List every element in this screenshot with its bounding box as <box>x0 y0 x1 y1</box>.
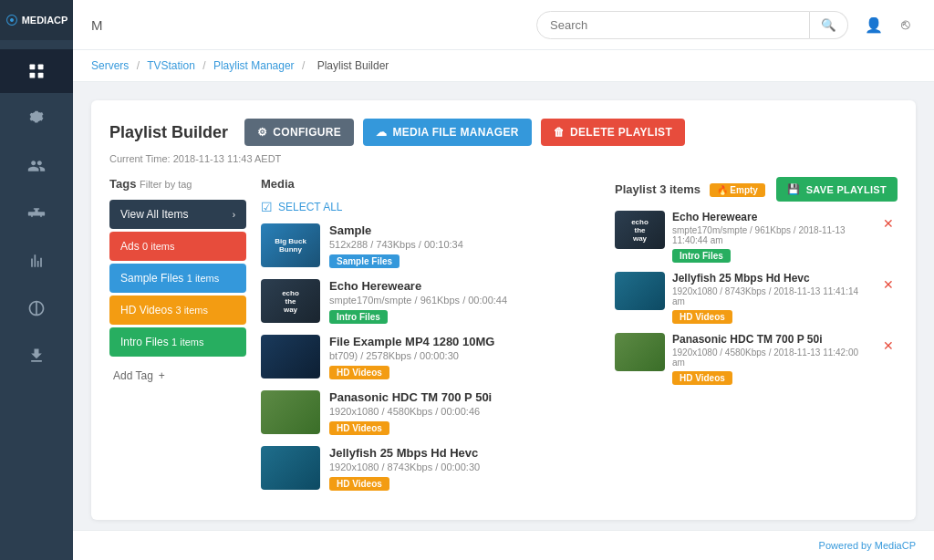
current-time: Current Time: 2018-11-13 11:43 AEDT <box>109 153 898 164</box>
playlist-item-meta: 1920x1080 / 4580Kbps / 2018-11-13 11:42:… <box>672 347 872 368</box>
gear-icon <box>27 109 46 128</box>
sidebar-item-download[interactable] <box>0 334 73 378</box>
media-info: Panasonic HDC TM 700 P 50i 1920x1080 / 4… <box>329 390 600 435</box>
topbar-icons: 👤 ⎋ <box>859 11 916 39</box>
download-icon <box>27 347 46 365</box>
playlist-remove-button[interactable]: ✕ <box>879 213 898 234</box>
select-all-checkbox[interactable]: ☑ <box>261 200 273 214</box>
media-name: Echo Hereweare <box>329 279 600 293</box>
breadcrumb-sep-1: / <box>137 59 140 72</box>
playlist-item: echotheway Echo Hereweare smpte170m/smpt… <box>615 211 898 263</box>
tags-subheading: Filter by tag <box>140 179 192 190</box>
media-item: File Example MP4 1280 10MG bt709) / 2578… <box>261 335 600 379</box>
tag-item-hd-videos[interactable]: HD Videos 3 items <box>109 296 246 325</box>
trash-icon: 🗑 <box>554 126 565 139</box>
playlist-item: Jellyfish 25 Mbps Hd Hevc 1920x1080 / 87… <box>615 272 898 324</box>
media-tag-badge: HD Videos <box>329 366 389 379</box>
playlist-tag-badge: Intro Files <box>672 249 731 263</box>
chart-icon <box>27 252 46 270</box>
media-thumbnail <box>261 335 320 379</box>
breadcrumb-sep-2: / <box>202 59 205 72</box>
grid-icon <box>27 62 46 80</box>
tags-column: Tags Filter by tag View All Items › Ads … <box>109 177 246 502</box>
media-tag-badge: HD Videos <box>329 421 389 435</box>
playlist-tag-badge: HD Videos <box>672 371 732 385</box>
playlist-tag-badge: HD Videos <box>672 310 732 324</box>
tag-item-all[interactable]: View All Items › <box>109 200 246 229</box>
select-all-label[interactable]: SELECT ALL <box>278 201 343 213</box>
media-thumbnail <box>261 446 320 490</box>
sidebar: ⦿ MEDIACP <box>0 0 73 560</box>
breadcrumb-current: Playlist Builder <box>317 59 389 72</box>
media-tag-badge: Sample Files <box>329 254 400 268</box>
configure-button[interactable]: ⚙ CONFIGURE <box>244 119 354 146</box>
playlist-title: Playlist 3 items 🔥 Empty <box>615 182 765 196</box>
media-thumbnail: echotheway <box>261 279 320 323</box>
breadcrumb-tvstation[interactable]: TVStation <box>147 59 195 72</box>
playlist-item-meta: smpte170m/smpte / 961Kbps / 2018-11-13 1… <box>672 225 872 245</box>
media-heading: Media <box>261 177 600 191</box>
topbar-letter: M <box>91 17 103 33</box>
svg-rect-1 <box>38 65 44 70</box>
main-area: M 🔍 👤 ⎋ Servers / TVStation / Playlist M… <box>73 0 934 560</box>
media-meta: 1920x1080 / 4580Kbps / 00:00:46 <box>329 406 600 417</box>
media-column: Media ☑ SELECT ALL Big BuckBunny Sample … <box>261 177 600 502</box>
sidebar-item-analytics[interactable] <box>0 239 73 283</box>
globe-icon <box>27 299 46 317</box>
playlist-item-name: Panasonic HDC TM 700 P 50i <box>672 333 872 346</box>
tag-item-intro-files[interactable]: Intro Files 1 items <box>109 327 246 357</box>
sidebar-item-globe[interactable] <box>0 286 73 330</box>
svg-rect-2 <box>30 73 36 78</box>
playlist-info: Jellyfish 25 Mbps Hd Hevc 1920x1080 / 87… <box>672 272 872 324</box>
playlist-remove-button[interactable]: ✕ <box>879 335 898 357</box>
playlist-thumbnail <box>615 333 665 371</box>
footer-text: Powered by MediaCP <box>819 540 916 551</box>
add-tag-button[interactable]: Add Tag + <box>109 362 246 389</box>
sitemap-icon <box>27 204 46 223</box>
media-item: Panasonic HDC TM 700 P 50i 1920x1080 / 4… <box>261 390 600 435</box>
page-title: Playlist Builder <box>109 123 228 142</box>
chevron-right-icon: › <box>233 210 235 220</box>
save-icon: 💾 <box>787 183 800 195</box>
logo-text: MEDIACP <box>22 15 68 26</box>
sidebar-item-users[interactable] <box>0 144 73 188</box>
tag-item-sample-files[interactable]: Sample Files 1 items <box>109 264 246 293</box>
sidebar-item-org[interactable] <box>0 192 73 235</box>
three-column-layout: Tags Filter by tag View All Items › Ads … <box>109 177 898 502</box>
media-meta: 512x288 / 743Kbps / 00:10:34 <box>329 239 600 250</box>
media-file-manager-button[interactable]: ☁ MEDIA FILE MANAGER <box>363 119 532 146</box>
delete-playlist-button[interactable]: 🗑 DELETE PLAYLIST <box>541 119 685 146</box>
media-item: Jellyfish 25 Mbps Hd Hevc 1920x1080 / 87… <box>261 446 600 491</box>
search-input[interactable] <box>536 11 810 39</box>
breadcrumb-servers[interactable]: Servers <box>91 59 129 72</box>
user-icon[interactable]: 👤 <box>859 11 888 39</box>
search-wrapper: 🔍 <box>536 11 848 39</box>
topbar: M 🔍 👤 ⎋ <box>73 0 934 50</box>
playlist-item: Panasonic HDC TM 700 P 50i 1920x1080 / 4… <box>615 333 898 385</box>
media-item: echotheway Echo Hereweare smpte170m/smpt… <box>261 279 600 324</box>
sidebar-item-settings[interactable] <box>0 97 73 140</box>
media-tag-badge: HD Videos <box>329 477 389 491</box>
media-name: File Example MP4 1280 10MG <box>329 335 600 348</box>
breadcrumb: Servers / TVStation / Playlist Manager /… <box>73 50 934 82</box>
save-playlist-button[interactable]: 💾 SAVE PLAYLIST <box>776 177 898 202</box>
playlist-thumbnail <box>615 272 665 310</box>
sidebar-item-dashboard[interactable] <box>0 49 73 93</box>
cloud-icon: ☁ <box>376 126 387 139</box>
toolbar: Playlist Builder ⚙ CONFIGURE ☁ MEDIA FIL… <box>109 119 898 146</box>
media-name: Jellyfish 25 Mbps Hd Hevc <box>329 446 600 460</box>
breadcrumb-playlist-manager[interactable]: Playlist Manager <box>213 59 295 72</box>
svg-rect-3 <box>38 73 44 78</box>
logout-icon[interactable]: ⎋ <box>896 11 916 38</box>
configure-icon: ⚙ <box>257 126 267 139</box>
media-thumbnail: Big BuckBunny <box>261 223 320 267</box>
tag-item-ads[interactable]: Ads 0 items <box>109 232 246 261</box>
media-meta: 1920x1080 / 8743Kbps / 00:00:30 <box>329 461 600 472</box>
logo: ⦿ MEDIACP <box>0 0 73 40</box>
search-button[interactable]: 🔍 <box>810 11 848 39</box>
footer: Powered by MediaCP <box>73 530 934 560</box>
playlist-item-meta: 1920x1080 / 8743Kbps / 2018-11-13 11:41:… <box>672 286 872 306</box>
playlist-remove-button[interactable]: ✕ <box>879 274 898 296</box>
breadcrumb-sep-3: / <box>302 59 305 72</box>
media-info: Jellyfish 25 Mbps Hd Hevc 1920x1080 / 87… <box>329 446 600 491</box>
